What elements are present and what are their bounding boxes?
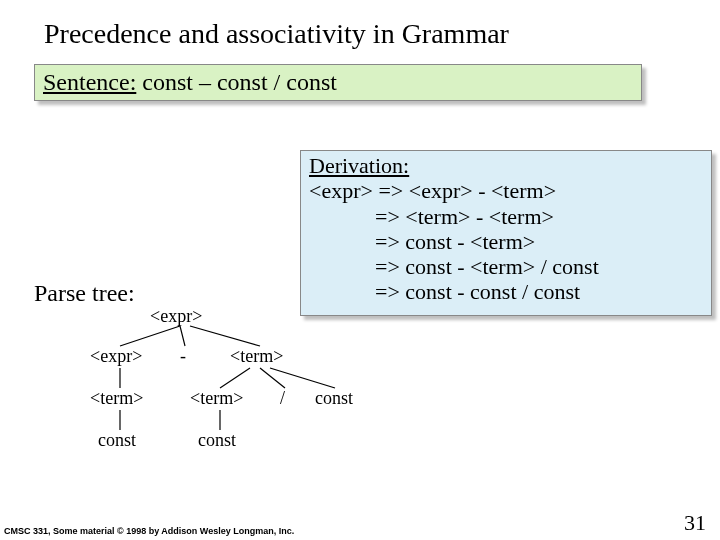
page-number: 31 (684, 510, 706, 536)
parse-tree-label: Parse tree: (34, 280, 135, 307)
tree-node: <expr> (150, 306, 202, 327)
sentence-box: Sentence: const – const / const (34, 64, 642, 101)
tree-node: <expr> (90, 346, 142, 367)
tree-node: <term> (90, 388, 143, 409)
derivation-line: => const - <term> (309, 229, 703, 254)
svg-line-2 (190, 326, 260, 346)
tree-node: <term> (230, 346, 283, 367)
tree-node: const (198, 430, 236, 451)
derivation-line: => <term> - <term> (309, 204, 703, 229)
page-title: Precedence and associativity in Grammar (0, 0, 720, 58)
svg-line-1 (180, 326, 185, 346)
svg-line-0 (120, 326, 180, 346)
parse-tree: <expr> <expr> - <term> <term> <term> / c… (90, 310, 410, 490)
tree-node: / (280, 388, 285, 409)
derivation-box: Derivation: <expr> => <expr> - <term> =>… (300, 150, 712, 316)
svg-line-6 (270, 368, 335, 388)
derivation-label: Derivation: (309, 153, 409, 178)
derivation-line: => const - const / const (309, 279, 703, 304)
tree-node: - (180, 346, 186, 367)
tree-node: const (98, 430, 136, 451)
tree-node: const (315, 388, 353, 409)
footer-text: CMSC 331, Some material © 1998 by Addiso… (4, 526, 294, 536)
tree-node: <term> (190, 388, 243, 409)
derivation-line: <expr> => <expr> - <term> (309, 178, 703, 203)
svg-line-4 (220, 368, 250, 388)
derivation-line: => const - <term> / const (309, 254, 703, 279)
sentence-label: Sentence: (43, 69, 136, 95)
sentence-text: const – const / const (136, 69, 337, 95)
